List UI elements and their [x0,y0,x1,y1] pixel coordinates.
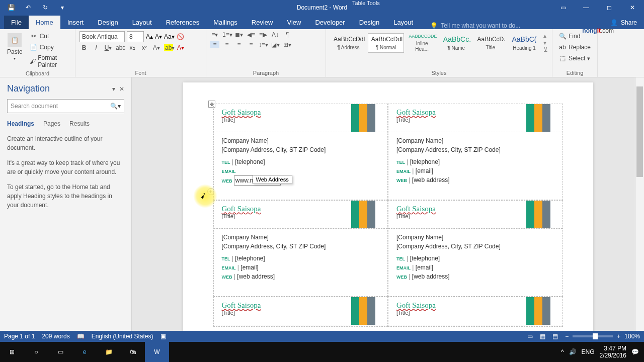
grow-font-icon[interactable]: A▴ [146,33,153,40]
text-effects-icon[interactable]: A▾ [152,44,161,51]
nav-tab-pages[interactable]: Pages [43,120,60,127]
show-marks-icon[interactable]: ¶ [283,31,292,38]
card-company[interactable]: [Company Name] [222,136,380,145]
line-spacing-icon[interactable]: ↕≡▾ [259,41,268,48]
card-2[interactable]: Goft Saisopa[Title] [Company Name][Compa… [388,104,563,200]
subscript-icon[interactable]: x₂ [128,44,137,51]
status-words[interactable]: 209 words [42,333,69,340]
zoom-level[interactable]: 100% [624,333,640,340]
dec-indent-icon[interactable]: ◀≡ [247,31,256,38]
nav-search-input[interactable]: Search document 🔍▾ [7,99,124,113]
minimize-icon[interactable]: — [575,0,598,15]
superscript-icon[interactable]: x² [140,44,149,51]
cortana-icon[interactable]: ○ [24,342,48,362]
nav-tab-headings[interactable]: Headings [7,120,34,127]
bullets-icon[interactable]: ≡▾ [210,31,219,38]
numbering-icon[interactable]: 1≡▾ [222,31,231,38]
card-4[interactable]: Goft Saisopa[Title] [Company Name][Compa… [388,200,563,297]
card-5[interactable]: Goft Saisopa[Title] [213,297,388,327]
maximize-icon[interactable]: ◻ [598,0,621,15]
tab-insert[interactable]: Insert [60,16,91,29]
view-print-icon[interactable]: ▦ [540,333,545,340]
zoom-out-icon[interactable]: − [565,333,569,340]
styles-more-icon[interactable]: ⊻ [543,46,548,53]
underline-icon[interactable]: U▾ [104,44,113,51]
save-icon[interactable]: 💾 [4,2,18,14]
font-color-icon[interactable]: A▾ [176,44,185,51]
status-page[interactable]: Page 1 of 1 [4,333,35,340]
explorer-icon[interactable]: 📁 [97,342,121,362]
tray-notifications-icon[interactable]: 💬 [631,348,639,355]
font-size-combo[interactable]: 8 [127,31,144,42]
tab-developer[interactable]: Developer [308,16,352,29]
styles-down-icon[interactable]: ▾ [543,39,548,46]
undo-icon[interactable]: ↶ [21,2,35,14]
card-3[interactable]: Goft Saisopa[Title] [Company Name][Compa… [213,200,388,297]
paste-button[interactable]: 📋Paste▾ [4,31,26,63]
word-icon[interactable]: W [145,342,169,362]
tray-expand-icon[interactable]: ^ [561,348,564,355]
store-icon[interactable]: 🛍 [121,342,145,362]
tab-home[interactable]: Home [29,16,60,29]
search-icon[interactable]: 🔍▾ [110,103,121,110]
select-button[interactable]: ⬚Select▾ [556,53,593,63]
status-language[interactable]: English (United States) [92,333,153,340]
nav-dropdown-icon[interactable]: ▾ [112,85,115,93]
status-proof-icon[interactable]: 📖 [77,333,85,340]
tray-lang[interactable]: ENG [582,348,595,355]
status-macro-icon[interactable]: ▣ [160,333,166,340]
zoom-in-icon[interactable]: + [617,333,620,340]
tell-me-search[interactable]: 💡 Tell me what you want to do... [430,22,520,29]
styles-up-icon[interactable]: ▴ [543,32,548,39]
qat-customize-icon[interactable]: ▾ [55,2,69,14]
close-icon[interactable]: ✕ [621,0,644,15]
format-painter-button[interactable]: 🖌Format Painter [28,53,71,69]
shading-icon[interactable]: ◪▾ [271,41,280,48]
change-case-icon[interactable]: Aa▾ [164,33,175,40]
tab-table-layout[interactable]: Layout [386,16,420,29]
nav-close-icon[interactable]: ✕ [119,85,124,93]
tab-design[interactable]: Design [91,16,125,29]
tab-view[interactable]: View [280,16,308,29]
tab-mailings[interactable]: Mailings [206,16,245,29]
align-right-icon[interactable]: ≡ [234,41,244,48]
card-address[interactable]: [Company Address, City, ST ZIP Code] [222,145,380,154]
cut-button[interactable]: ✂Cut [28,31,71,41]
justify-icon[interactable]: ≡ [247,41,256,48]
task-view-icon[interactable]: ▭ [48,342,72,362]
style-name[interactable]: AaBbCc.¶ Name [440,33,473,53]
italic-icon[interactable]: I [92,44,101,51]
strike-icon[interactable]: abc [116,44,125,51]
highlight-icon[interactable]: ab▾ [164,44,173,51]
vertical-scrollbar[interactable] [635,77,644,331]
redo-icon[interactable]: ↻ [38,2,52,14]
align-left-icon[interactable]: ≡ [210,41,219,48]
clear-format-icon[interactable]: 🚫 [177,33,184,40]
tray-clock[interactable]: 3:47 PM 2/29/2016 [600,345,626,359]
font-name-combo[interactable]: Book Antiqua [79,31,125,42]
bold-icon[interactable]: B [79,44,89,51]
borders-icon[interactable]: ⊞▾ [283,41,292,48]
replace-button[interactable]: abReplace [556,42,593,52]
start-button[interactable]: ⊞ [0,342,24,362]
style-normal[interactable]: AaBbCcDdI¶ Normal [368,33,405,53]
nav-tab-results[interactable]: Results [69,120,90,127]
view-web-icon[interactable]: ▤ [552,333,558,340]
style-inline-heading[interactable]: AABBCCDDEInline Hea... [405,31,438,54]
tab-table-design[interactable]: Design [352,16,386,29]
style-heading1[interactable]: AaBbC(Heading 1 [508,33,540,53]
ribbon-opts-icon[interactable]: ▭ [551,0,575,15]
sort-icon[interactable]: A↓ [271,31,280,38]
edge-icon[interactable]: e [72,342,97,362]
scrollbar-thumb[interactable] [636,86,643,177]
tab-review[interactable]: Review [245,16,280,29]
tab-layout[interactable]: Layout [125,16,159,29]
multilevel-icon[interactable]: ≣▾ [234,31,244,38]
document-area[interactable]: ✥ + ➹ Web Address Goft Saisopa [Title] [… [132,77,644,331]
tab-references[interactable]: References [159,16,206,29]
inc-indent-icon[interactable]: ≡▶ [259,31,268,38]
copy-button[interactable]: 📄Copy [28,42,71,52]
card-6[interactable]: Goft Saisopa[Title] [388,297,563,327]
tray-volume-icon[interactable]: 🔊 [569,348,577,355]
shrink-font-icon[interactable]: A▾ [155,33,162,40]
